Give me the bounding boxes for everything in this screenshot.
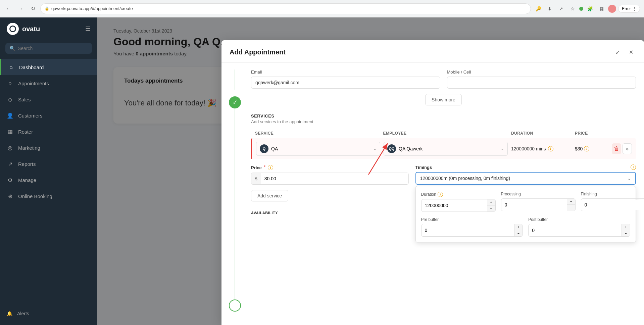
user-avatar	[608, 5, 616, 13]
sidebar-item-customers[interactable]: 👤 Customers	[0, 107, 97, 124]
processing-decrement-button[interactable]: −	[567, 205, 575, 211]
post-buffer-input[interactable]	[529, 225, 622, 235]
sidebar-item-label: Roster	[18, 129, 33, 135]
timings-value: 120000000m (0m processing, 0m finishing)	[420, 176, 510, 181]
sidebar-item-online-booking[interactable]: ⊕ Online Booking	[0, 188, 97, 204]
pre-buffer-decrement-button[interactable]: −	[514, 230, 523, 236]
sidebar-icon[interactable]: ▦	[597, 4, 606, 13]
duration-decrement-button[interactable]: −	[487, 205, 495, 212]
close-button[interactable]: ✕	[626, 47, 636, 57]
col-actions	[612, 131, 632, 136]
reorder-button[interactable]: ⋄	[623, 143, 632, 154]
sidebar-item-label: Dashboard	[19, 64, 44, 70]
expand-button[interactable]: ⤢	[612, 47, 623, 57]
sidebar-item-dashboard[interactable]: ⌂ Dashboard	[0, 59, 97, 75]
sidebar-item-reports[interactable]: ↗ Reports	[0, 156, 97, 172]
globe-icon: ⊕	[7, 193, 13, 199]
duration-increment-button[interactable]: +	[487, 199, 495, 205]
email-input[interactable]	[251, 77, 440, 89]
processing-increment-button[interactable]: +	[567, 199, 575, 205]
duration-cell: 120000000 mins i	[511, 146, 572, 151]
timeline-line-bottom	[235, 108, 235, 299]
sidebar-item-manage[interactable]: ⚙ Manage	[0, 172, 97, 188]
timing-fields-grid: Duration i + −	[421, 192, 630, 212]
sidebar-item-sales[interactable]: ◇ Sales	[0, 91, 97, 107]
duration-dropdown-info-icon[interactable]: i	[438, 192, 443, 197]
modal-header-actions: ⤢ ✕	[612, 47, 636, 57]
sidebar-nav: ⌂ Dashboard ○ Appointments ◇ Sales 👤 Cus…	[0, 59, 97, 302]
price-input[interactable]	[261, 173, 408, 184]
alerts-label: Alerts	[17, 311, 29, 316]
email-group: Email	[251, 69, 440, 89]
show-more-button[interactable]: Show more	[425, 94, 462, 105]
finishing-stepper: + −	[581, 198, 644, 211]
col-employee: EMPLOYEE	[383, 131, 508, 136]
sidebar-item-marketing[interactable]: ◎ Marketing	[0, 140, 97, 156]
pre-buffer-increment-button[interactable]: +	[514, 224, 523, 230]
logo-inner	[9, 26, 16, 32]
sidebar-item-roster[interactable]: ▦ Roster	[0, 124, 97, 140]
share-icon[interactable]: ↗	[556, 4, 566, 13]
gear-icon: ⚙	[7, 177, 13, 183]
service-selector[interactable]: Q QA ⌄	[256, 142, 380, 156]
services-subtitle: Add services to the appointment	[251, 119, 313, 124]
sidebar-search[interactable]: 🔍	[5, 43, 92, 54]
tag-icon: ◇	[7, 96, 13, 103]
star-icon[interactable]: ☆	[568, 4, 577, 13]
duration-field: Duration i + −	[421, 192, 496, 212]
error-button[interactable]: Error ⋮	[618, 5, 640, 13]
reports-icon: ↗	[7, 160, 13, 167]
sidebar-item-alerts[interactable]: 🔔 Alerts	[7, 308, 91, 320]
duration-stepper: + −	[421, 199, 496, 212]
finishing-field-label: Finishing	[581, 192, 644, 196]
col-price: PRICE	[575, 131, 608, 136]
puzzle-icon[interactable]: 🧩	[585, 4, 595, 13]
pre-buffer-input[interactable]	[422, 225, 514, 235]
show-more-container: Show more	[251, 94, 636, 105]
duration-stepper-input[interactable]	[422, 200, 487, 211]
price-field-info-icon[interactable]: i	[268, 165, 273, 170]
mobile-input[interactable]	[447, 77, 636, 89]
lock-icon: 🔒	[45, 6, 49, 11]
browser-chrome: ← → ↻ 🔒 qawerkqa.ovatu.app/#/appointment…	[0, 0, 644, 17]
modal-title: Add Appointment	[230, 48, 286, 56]
price-info-icon[interactable]: i	[584, 146, 589, 151]
sidebar-item-appointments[interactable]: ○ Appointments	[0, 75, 97, 91]
hamburger-icon[interactable]: ☰	[85, 25, 91, 33]
services-table-header: SERVICE EMPLOYEE DURATION PRICE	[251, 128, 636, 138]
forward-button[interactable]: →	[16, 4, 26, 13]
main-content: Tuesday, October 31st 2023 Good morning,…	[97, 17, 644, 325]
address-bar[interactable]: 🔒 qawerkqa.ovatu.app/#/appointment/creat…	[40, 3, 531, 14]
employee-selector[interactable]: QQ QA Qawerk ⌄	[384, 142, 508, 156]
timings-info-icon[interactable]: i	[631, 165, 636, 170]
calendar-icon: ▦	[7, 128, 13, 135]
key-icon[interactable]: 🔑	[534, 4, 543, 13]
error-menu-icon: ⋮	[632, 6, 636, 11]
back-button[interactable]: ←	[4, 4, 13, 13]
duration-info-icon[interactable]: i	[548, 146, 553, 151]
sidebar-item-label: Reports	[18, 161, 36, 167]
reload-button[interactable]: ↻	[28, 4, 38, 13]
search-input[interactable]	[18, 46, 88, 51]
green-extension-dot	[579, 7, 583, 11]
download-icon[interactable]: ⬇	[545, 4, 554, 13]
services-section-header: SERVICES Add services to the appointment	[251, 113, 636, 124]
delete-service-button[interactable]: 🗑	[612, 143, 621, 154]
finishing-stepper-input[interactable]	[581, 200, 644, 210]
timings-group: Timings i 120000000m (0m processing, 0m …	[415, 165, 636, 185]
pre-buffer-stepper: + −	[421, 224, 523, 237]
clock-icon: ○	[7, 80, 13, 87]
required-indicator: *	[264, 165, 266, 171]
processing-stepper: + −	[501, 198, 576, 211]
sidebar-item-label: Sales	[18, 97, 31, 102]
timeline-line-top	[235, 69, 235, 90]
service-chevron-down-icon: ⌄	[373, 146, 377, 151]
timings-selector[interactable]: 120000000m (0m processing, 0m finishing)…	[415, 172, 636, 185]
processing-stepper-input[interactable]	[501, 200, 567, 210]
post-buffer-decrement-button[interactable]: −	[622, 230, 630, 236]
price-label: Price	[251, 165, 262, 170]
contact-fields-row: Email Mobile / Cell	[251, 69, 636, 89]
sidebar-item-label: Appointments	[18, 81, 49, 86]
post-buffer-increment-button[interactable]: +	[622, 224, 630, 230]
add-service-button[interactable]: Add service	[251, 190, 288, 201]
